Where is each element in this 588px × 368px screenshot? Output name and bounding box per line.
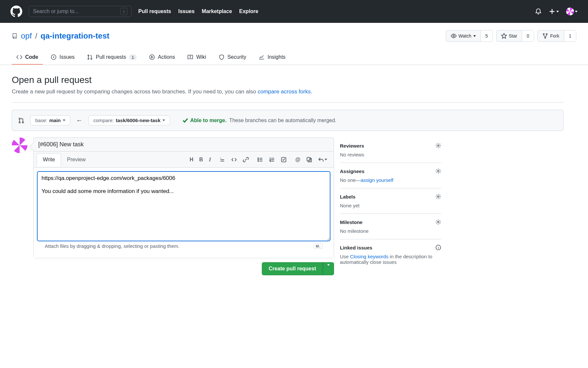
fork-count[interactable]: 1 [564, 30, 576, 41]
tab-issues[interactable]: Issues [46, 50, 79, 65]
mention-button[interactable]: @ [295, 157, 300, 163]
watch-count[interactable]: 5 [481, 30, 493, 41]
author-avatar [12, 137, 27, 153]
create-pr-button[interactable]: Create pull request [262, 262, 323, 275]
user-avatar [566, 8, 574, 15]
graph-icon [259, 54, 264, 60]
repo-icon [12, 32, 18, 40]
compare-forks-link[interactable]: compare across forks [258, 88, 311, 95]
svg-point-7 [88, 58, 89, 59]
shield-icon [219, 54, 225, 60]
caret-down-icon [63, 120, 65, 121]
quote-icon[interactable] [219, 157, 225, 163]
svg-point-18 [438, 145, 439, 147]
caret-down-icon [325, 159, 327, 160]
assignees-header[interactable]: Assignees [340, 168, 441, 174]
search-slash-hint: / [120, 8, 127, 15]
watch-button[interactable]: Watch 5 [446, 30, 493, 42]
link-icon[interactable] [243, 157, 249, 163]
nav-pull-requests[interactable]: Pull requests [138, 8, 171, 14]
nav-issues[interactable]: Issues [178, 8, 194, 14]
caret-down-icon [575, 11, 578, 12]
ordered-list-icon[interactable] [269, 157, 275, 163]
reviewers-header[interactable]: Reviewers [340, 143, 441, 149]
bold-button[interactable]: B [199, 157, 203, 163]
svg-point-10 [19, 118, 20, 119]
page-title: Open a pull request [12, 75, 563, 85]
code-icon [16, 54, 22, 60]
tab-wiki[interactable]: Wiki [183, 50, 210, 65]
italic-button[interactable]: I [209, 157, 211, 163]
sidebar: Reviewers No reviews Assignees No one—as… [340, 137, 441, 275]
merge-status: Able to merge. [182, 118, 227, 123]
reviewers-body: No reviews [340, 152, 441, 157]
code-icon[interactable] [231, 157, 237, 163]
assign-yourself-link[interactable]: assign yourself [361, 177, 393, 183]
closing-keywords-link[interactable]: Closing keywords [350, 254, 389, 259]
arrow-left-icon: ← [76, 117, 83, 124]
tab-insights[interactable]: Insights [254, 50, 290, 65]
tab-pull-requests[interactable]: Pull requests1 [82, 50, 141, 65]
caret-down-icon [162, 120, 165, 121]
repo-header: opf / qa-integration-test Watch 5 Star 0… [0, 23, 588, 65]
star-button[interactable]: Star 0 [496, 30, 534, 42]
user-menu[interactable] [566, 8, 578, 15]
compare-icon [18, 117, 25, 124]
tab-security[interactable]: Security [214, 50, 251, 65]
write-tab[interactable]: Write [37, 153, 61, 166]
heading-button[interactable]: H [190, 157, 193, 163]
caret-down-icon [327, 264, 330, 271]
labels-header[interactable]: Labels [340, 194, 441, 200]
preview-tab[interactable]: Preview [61, 153, 92, 166]
svg-point-9 [150, 55, 155, 60]
star-count[interactable]: 0 [522, 30, 534, 41]
create-pr-dropdown[interactable] [323, 262, 334, 275]
global-nav: Pull requests Issues Marketplace Explore [138, 8, 258, 14]
compare-bar: base: main ← compare: task/6006-new-task… [12, 110, 563, 131]
repo-name-link[interactable]: qa-integration-test [41, 31, 109, 40]
base-branch-selector[interactable]: base: main [30, 115, 70, 125]
search-input[interactable]: Search or jump to... / [29, 6, 132, 17]
tab-actions[interactable]: Actions [144, 50, 179, 65]
markdown-icon[interactable]: M↓ [314, 244, 323, 249]
tab-code[interactable]: Code [12, 50, 43, 65]
create-new-dropdown[interactable] [549, 8, 559, 15]
saved-replies-button[interactable] [318, 157, 327, 163]
book-icon [187, 54, 193, 60]
nav-marketplace[interactable]: Marketplace [202, 8, 232, 14]
milestone-body: No milestone [340, 228, 441, 234]
nav-explore[interactable]: Explore [239, 8, 259, 14]
attach-files-hint[interactable]: Attach files by dragging & dropping, sel… [41, 240, 327, 251]
info-icon[interactable] [435, 245, 441, 250]
github-logo-icon[interactable] [10, 6, 22, 17]
unordered-list-icon[interactable] [257, 157, 263, 163]
create-pr-button-group: Create pull request [262, 262, 334, 275]
pulls-count: 1 [129, 55, 137, 60]
svg-point-14 [258, 159, 259, 160]
gear-icon [435, 219, 441, 225]
cross-reference-icon[interactable] [306, 157, 312, 163]
issue-icon [51, 54, 57, 60]
fork-button[interactable]: Fork 1 [537, 30, 576, 42]
page-subtitle: Create a new pull request by comparing c… [12, 88, 563, 103]
search-placeholder: Search or jump to... [33, 8, 79, 14]
svg-point-19 [438, 170, 439, 172]
svg-point-20 [438, 196, 439, 198]
svg-point-6 [88, 55, 89, 56]
compare-branch-selector[interactable]: compare: task/6006-new-task [89, 115, 170, 125]
svg-point-21 [438, 221, 439, 223]
milestone-header[interactable]: Milestone [340, 219, 441, 225]
pr-body-textarea[interactable] [37, 171, 330, 241]
gear-icon [435, 194, 441, 200]
comment-box: Write Preview H B I [33, 151, 334, 258]
svg-point-3 [545, 37, 546, 38]
svg-point-12 [22, 121, 24, 123]
gear-icon [435, 168, 441, 174]
svg-point-13 [258, 158, 259, 158]
repo-owner-link[interactable]: opf [21, 31, 32, 40]
pr-title-input[interactable] [33, 137, 334, 151]
tasklist-icon[interactable] [281, 157, 287, 163]
star-icon [501, 33, 507, 39]
notifications-icon[interactable] [535, 8, 542, 15]
check-icon [182, 118, 188, 123]
